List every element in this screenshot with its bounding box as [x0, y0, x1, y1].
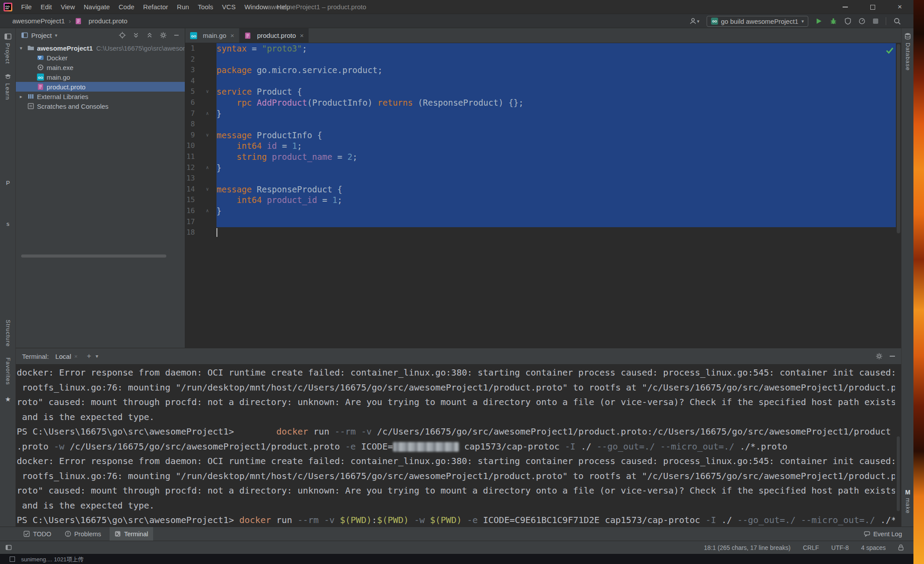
horizontal-scrollbar[interactable]: [21, 254, 166, 258]
fold-open-icon[interactable]: ∨: [206, 86, 209, 97]
code-line-7[interactable]: 7∧}: [185, 108, 901, 119]
indent-setting[interactable]: 4 spaces: [861, 544, 886, 551]
code-line-17[interactable]: 17: [185, 217, 901, 228]
menu-view[interactable]: View: [56, 0, 79, 14]
taskbar-text: sunimeng.... 1021项上传: [21, 555, 84, 563]
code-line-11[interactable]: 11 string product_name = 2;: [185, 151, 901, 162]
lock-icon[interactable]: [898, 544, 904, 551]
tool-window-database[interactable]: Database: [902, 33, 913, 71]
project-panel-title[interactable]: Project: [31, 32, 52, 39]
tree-item-product-proto[interactable]: product.proto: [16, 82, 185, 92]
menu-tools[interactable]: Tools: [194, 0, 218, 14]
terminal-dropdown-icon[interactable]: ▾: [95, 353, 98, 359]
code-line-16[interactable]: 16∧}: [185, 206, 901, 217]
run-configuration-select[interactable]: GO go build awesomeProject1 ▾: [707, 16, 808, 27]
close-tab-icon[interactable]: ×: [300, 32, 304, 39]
terminal-line-9: roto" caused: mount through procfd: not …: [17, 483, 895, 498]
menu-refactor[interactable]: Refactor: [139, 0, 172, 14]
editor-scrollbar[interactable]: [897, 44, 900, 233]
breadcrumb-project[interactable]: awesomeProject1: [12, 17, 65, 25]
terminal-output[interactable]: docker: Error response from daemon: OCI …: [17, 364, 895, 527]
tree-item-external-libraries[interactable]: ▸External Libraries: [16, 92, 185, 101]
code-line-15[interactable]: 15 int64 product_id = 1;: [185, 195, 901, 206]
close-tab-icon[interactable]: ×: [230, 32, 234, 39]
editor-tab-main-go[interactable]: GOmain.go×: [185, 28, 239, 43]
tree-item-docker[interactable]: Docker: [16, 53, 185, 63]
tree-item-awesomeproject1[interactable]: ▾awesomeProject1C:\Users\16675\go\src\aw…: [16, 43, 185, 53]
code-line-12[interactable]: 12∧}: [185, 162, 901, 173]
tool-window-project[interactable]: Project: [4, 33, 12, 64]
fold-close-icon[interactable]: ∧: [206, 162, 209, 173]
menu-run[interactable]: Run: [172, 0, 194, 14]
fold-open-icon[interactable]: ∨: [206, 130, 209, 141]
tool-window-toggle-icon[interactable]: [5, 544, 12, 551]
maximize-icon: [870, 5, 875, 10]
code-line-2[interactable]: 2: [185, 54, 901, 65]
code-line-18[interactable]: 18: [185, 227, 901, 238]
tree-expand-icon[interactable]: ▸: [20, 94, 27, 100]
code-line-5[interactable]: 5∨service Product {: [185, 86, 901, 97]
terminal-settings-gear-icon[interactable]: [876, 353, 883, 360]
caret-position[interactable]: 18:1 (265 chars, 17 line breaks): [704, 544, 791, 551]
fold-close-icon[interactable]: ∧: [206, 206, 209, 217]
fold-close-icon[interactable]: ∧: [206, 108, 209, 119]
run-button[interactable]: [815, 18, 822, 25]
tool-window-make[interactable]: M make: [902, 489, 913, 514]
breadcrumb-file[interactable]: product.proto: [88, 17, 127, 25]
tree-item-main-exe[interactable]: main.exe: [16, 63, 185, 72]
code-line-9[interactable]: 9∨message ProductInfo {: [185, 130, 901, 141]
close-button[interactable]: ×: [886, 0, 913, 14]
tool-window-bar: TODOProblemsTerminal Event Log: [0, 527, 913, 541]
tool-window-learn[interactable]: Learn: [4, 73, 12, 100]
tree-item-main-go[interactable]: GOmain.go: [16, 72, 185, 82]
menu-file[interactable]: File: [17, 0, 36, 14]
terminal-scrollbar[interactable]: [897, 436, 900, 511]
code-line-1[interactable]: 1syntax = "proto3";: [185, 43, 901, 54]
file-encoding[interactable]: UTF-8: [831, 544, 849, 551]
locate-file-icon[interactable]: [119, 32, 126, 39]
tool-window-structure[interactable]: Structure: [5, 320, 11, 347]
minimize-button[interactable]: [832, 0, 859, 14]
tool-button-terminal[interactable]: Terminal: [110, 527, 153, 541]
terminal-tab-local[interactable]: Local ×: [53, 353, 80, 360]
tool-window-favorites[interactable]: Favorites: [5, 358, 11, 385]
minimize-terminal-icon[interactable]: [890, 356, 895, 357]
collapse-all-icon[interactable]: [146, 32, 153, 39]
tool-button-problems[interactable]: Problems: [60, 527, 106, 541]
code-line-10[interactable]: 10 int64 id = 1;: [185, 140, 901, 151]
profiler-button[interactable]: [858, 18, 865, 25]
editor-tab-product-proto[interactable]: product.proto×: [239, 28, 309, 43]
event-log-button[interactable]: Event Log: [864, 531, 902, 538]
tree-collapse-icon[interactable]: ▾: [20, 45, 27, 51]
close-terminal-tab-icon[interactable]: ×: [74, 353, 78, 360]
chevron-down-icon[interactable]: ▾: [55, 33, 58, 38]
code-line-6[interactable]: 6 rpc AddProduct(ProductInfo) returns (R…: [185, 97, 901, 108]
maximize-button[interactable]: [859, 0, 886, 14]
new-terminal-session-button[interactable]: +: [87, 352, 91, 361]
code-line-3[interactable]: 3package go.micro.service.product;: [185, 65, 901, 76]
search-everywhere-button[interactable]: [893, 17, 901, 25]
code-line-4[interactable]: 4: [185, 76, 901, 87]
tool-button-todo[interactable]: TODO: [18, 527, 56, 541]
menu-vcs[interactable]: VCS: [218, 0, 240, 14]
menu-edit[interactable]: Edit: [36, 0, 56, 14]
settings-gear-icon[interactable]: [160, 32, 167, 39]
code-line-8[interactable]: 8: [185, 119, 901, 130]
stop-button[interactable]: [873, 18, 879, 24]
expand-all-icon[interactable]: [132, 32, 139, 39]
debug-button[interactable]: [829, 17, 837, 25]
make-icon: M: [905, 489, 910, 496]
favorites-star-icon[interactable]: ★: [5, 395, 11, 403]
line-ending[interactable]: CRLF: [803, 544, 819, 551]
code-line-13[interactable]: 13: [185, 173, 901, 184]
inspection-ok-icon[interactable]: [885, 46, 894, 55]
tree-item-scratches-and-consoles[interactable]: Scratches and Consoles: [16, 101, 185, 111]
code-line-14[interactable]: 14∨message ResponseProduct {: [185, 184, 901, 195]
code-editor[interactable]: 1syntax = "proto3";23package go.micro.se…: [185, 43, 901, 238]
fold-open-icon[interactable]: ∨: [206, 184, 209, 195]
menu-navigate[interactable]: Navigate: [79, 0, 114, 14]
hide-panel-icon[interactable]: [173, 32, 180, 38]
run-with-coverage-button[interactable]: [844, 18, 851, 25]
menu-code[interactable]: Code: [114, 0, 139, 14]
user-avatar-button[interactable]: ▾: [689, 17, 700, 25]
